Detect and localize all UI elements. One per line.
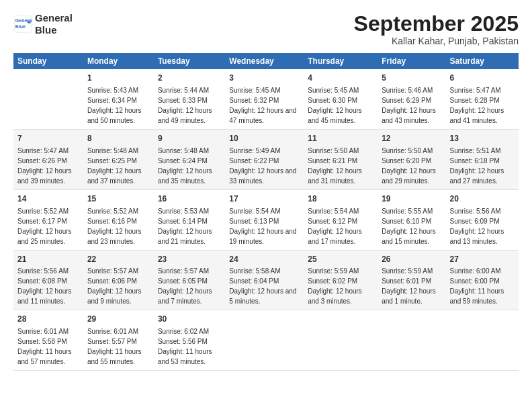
date-number: 4 bbox=[308, 73, 373, 84]
calendar-title: September 2025 bbox=[354, 12, 519, 36]
header-cell-friday: Friday bbox=[378, 53, 445, 69]
cell-info: Sunrise: 5:48 AMSunset: 6:25 PMDaylight:… bbox=[87, 146, 150, 186]
cell-info: Sunrise: 5:57 AMSunset: 6:06 PMDaylight:… bbox=[87, 266, 150, 306]
cell-info: Sunrise: 5:59 AMSunset: 6:01 PMDaylight:… bbox=[382, 266, 441, 306]
header-row: SundayMondayTuesdayWednesdayThursdayFrid… bbox=[13, 53, 519, 69]
date-number: 30 bbox=[158, 314, 221, 325]
cell-info: Sunrise: 5:55 AMSunset: 6:10 PMDaylight:… bbox=[382, 206, 441, 246]
logo-icon: General Blue bbox=[13, 15, 32, 34]
cell-info: Sunrise: 5:56 AMSunset: 6:08 PMDaylight:… bbox=[17, 266, 79, 306]
cell-info: Sunrise: 5:54 AMSunset: 6:12 PMDaylight:… bbox=[308, 206, 373, 246]
cell-info: Sunrise: 5:54 AMSunset: 6:13 PMDaylight:… bbox=[229, 206, 300, 246]
cell-info: Sunrise: 5:51 AMSunset: 6:18 PMDaylight:… bbox=[450, 146, 515, 186]
calendar-cell: 9Sunrise: 5:48 AMSunset: 6:24 PMDaylight… bbox=[154, 129, 225, 189]
week-row-1: 1Sunrise: 5:43 AMSunset: 6:34 PMDaylight… bbox=[13, 69, 519, 129]
date-number: 29 bbox=[87, 314, 150, 325]
cell-info: Sunrise: 5:48 AMSunset: 6:24 PMDaylight:… bbox=[158, 146, 221, 186]
calendar-cell: 5Sunrise: 5:46 AMSunset: 6:29 PMDaylight… bbox=[378, 69, 445, 129]
date-number: 24 bbox=[229, 254, 300, 265]
page: General Blue General Blue September 2025… bbox=[0, 0, 532, 411]
cell-info: Sunrise: 6:01 AMSunset: 5:58 PMDaylight:… bbox=[17, 326, 79, 367]
header-cell-tuesday: Tuesday bbox=[154, 53, 225, 69]
date-number: 16 bbox=[158, 193, 221, 205]
calendar-cell: 30Sunrise: 6:02 AMSunset: 5:56 PMDayligh… bbox=[154, 310, 225, 371]
date-number: 20 bbox=[450, 193, 515, 205]
date-number: 1 bbox=[87, 73, 150, 84]
cell-info: Sunrise: 6:01 AMSunset: 5:57 PMDaylight:… bbox=[87, 326, 150, 367]
header-cell-saturday: Saturday bbox=[446, 53, 519, 69]
calendar-cell: 24Sunrise: 5:58 AMSunset: 6:04 PMDayligh… bbox=[225, 250, 304, 310]
date-number: 11 bbox=[308, 133, 373, 144]
date-number: 25 bbox=[308, 254, 373, 265]
date-number: 22 bbox=[87, 254, 150, 265]
header-cell-monday: Monday bbox=[83, 53, 154, 69]
header-cell-sunday: Sunday bbox=[13, 53, 83, 69]
calendar-cell: 19Sunrise: 5:55 AMSunset: 6:10 PMDayligh… bbox=[378, 189, 445, 250]
header-cell-wednesday: Wednesday bbox=[225, 53, 304, 69]
date-number: 5 bbox=[382, 73, 441, 84]
date-number: 18 bbox=[308, 193, 373, 205]
calendar-cell: 26Sunrise: 5:59 AMSunset: 6:01 PMDayligh… bbox=[378, 250, 445, 310]
title-block: September 2025 Kallar Kahar, Punjab, Pak… bbox=[354, 12, 519, 46]
date-number: 15 bbox=[87, 193, 150, 205]
header: General Blue General Blue September 2025… bbox=[13, 12, 519, 46]
date-number: 13 bbox=[450, 133, 515, 144]
calendar-subtitle: Kallar Kahar, Punjab, Pakistan bbox=[354, 36, 519, 46]
calendar-cell: 11Sunrise: 5:50 AMSunset: 6:21 PMDayligh… bbox=[304, 129, 378, 189]
cell-info: Sunrise: 5:57 AMSunset: 6:05 PMDaylight:… bbox=[158, 266, 221, 306]
calendar-cell: 14Sunrise: 5:52 AMSunset: 6:17 PMDayligh… bbox=[13, 189, 83, 250]
week-row-2: 7Sunrise: 5:47 AMSunset: 6:26 PMDaylight… bbox=[13, 129, 519, 189]
header-cell-thursday: Thursday bbox=[304, 53, 378, 69]
calendar-cell bbox=[446, 310, 519, 371]
calendar-body: 1Sunrise: 5:43 AMSunset: 6:34 PMDaylight… bbox=[13, 69, 519, 370]
week-row-3: 14Sunrise: 5:52 AMSunset: 6:17 PMDayligh… bbox=[13, 189, 519, 250]
cell-info: Sunrise: 5:47 AMSunset: 6:28 PMDaylight:… bbox=[450, 85, 515, 126]
date-number: 9 bbox=[158, 133, 221, 144]
date-number: 17 bbox=[229, 193, 300, 205]
calendar-cell: 6Sunrise: 5:47 AMSunset: 6:28 PMDaylight… bbox=[446, 69, 519, 129]
cell-info: Sunrise: 5:45 AMSunset: 6:32 PMDaylight:… bbox=[229, 85, 300, 126]
calendar-cell: 2Sunrise: 5:44 AMSunset: 6:33 PMDaylight… bbox=[154, 69, 225, 129]
date-number: 28 bbox=[17, 314, 79, 325]
calendar-cell: 16Sunrise: 5:53 AMSunset: 6:14 PMDayligh… bbox=[154, 189, 225, 250]
cell-info: Sunrise: 6:02 AMSunset: 5:56 PMDaylight:… bbox=[158, 326, 221, 367]
calendar-cell: 15Sunrise: 5:52 AMSunset: 6:16 PMDayligh… bbox=[83, 189, 154, 250]
date-number: 27 bbox=[450, 254, 515, 265]
cell-info: Sunrise: 5:50 AMSunset: 6:20 PMDaylight:… bbox=[382, 146, 441, 186]
cell-info: Sunrise: 5:52 AMSunset: 6:17 PMDaylight:… bbox=[17, 206, 79, 246]
date-number: 14 bbox=[17, 193, 79, 205]
cell-info: Sunrise: 5:47 AMSunset: 6:26 PMDaylight:… bbox=[17, 146, 79, 186]
logo: General Blue General Blue bbox=[13, 12, 73, 36]
date-number: 19 bbox=[382, 193, 441, 205]
cell-info: Sunrise: 5:49 AMSunset: 6:22 PMDaylight:… bbox=[229, 146, 300, 186]
logo-line1: General bbox=[35, 12, 73, 24]
date-number: 10 bbox=[229, 133, 300, 144]
cell-info: Sunrise: 5:43 AMSunset: 6:34 PMDaylight:… bbox=[87, 85, 150, 126]
cell-info: Sunrise: 5:52 AMSunset: 6:16 PMDaylight:… bbox=[87, 206, 150, 246]
calendar-cell: 28Sunrise: 6:01 AMSunset: 5:58 PMDayligh… bbox=[13, 310, 83, 371]
date-number: 2 bbox=[158, 73, 221, 84]
date-number: 3 bbox=[229, 73, 300, 84]
calendar-cell: 20Sunrise: 5:56 AMSunset: 6:09 PMDayligh… bbox=[446, 189, 519, 250]
cell-info: Sunrise: 5:56 AMSunset: 6:09 PMDaylight:… bbox=[450, 206, 515, 246]
date-number: 6 bbox=[450, 73, 515, 84]
week-row-4: 21Sunrise: 5:56 AMSunset: 6:08 PMDayligh… bbox=[13, 250, 519, 310]
calendar-cell: 25Sunrise: 5:59 AMSunset: 6:02 PMDayligh… bbox=[304, 250, 378, 310]
calendar-cell: 21Sunrise: 5:56 AMSunset: 6:08 PMDayligh… bbox=[13, 250, 83, 310]
calendar-cell: 10Sunrise: 5:49 AMSunset: 6:22 PMDayligh… bbox=[225, 129, 304, 189]
calendar-cell: 23Sunrise: 5:57 AMSunset: 6:05 PMDayligh… bbox=[154, 250, 225, 310]
logo-line2: Blue bbox=[35, 24, 73, 36]
date-number: 7 bbox=[17, 133, 79, 144]
calendar-cell: 27Sunrise: 6:00 AMSunset: 6:00 PMDayligh… bbox=[446, 250, 519, 310]
calendar-header: SundayMondayTuesdayWednesdayThursdayFrid… bbox=[13, 53, 519, 69]
calendar-cell bbox=[13, 69, 83, 129]
cell-info: Sunrise: 5:44 AMSunset: 6:33 PMDaylight:… bbox=[158, 85, 221, 126]
cell-info: Sunrise: 6:00 AMSunset: 6:00 PMDaylight:… bbox=[450, 266, 515, 306]
cell-info: Sunrise: 5:46 AMSunset: 6:29 PMDaylight:… bbox=[382, 85, 441, 126]
calendar-cell: 17Sunrise: 5:54 AMSunset: 6:13 PMDayligh… bbox=[225, 189, 304, 250]
calendar-cell: 3Sunrise: 5:45 AMSunset: 6:32 PMDaylight… bbox=[225, 69, 304, 129]
calendar-cell bbox=[225, 310, 304, 371]
calendar-cell: 13Sunrise: 5:51 AMSunset: 6:18 PMDayligh… bbox=[446, 129, 519, 189]
date-number: 21 bbox=[17, 254, 79, 265]
cell-info: Sunrise: 5:50 AMSunset: 6:21 PMDaylight:… bbox=[308, 146, 373, 186]
